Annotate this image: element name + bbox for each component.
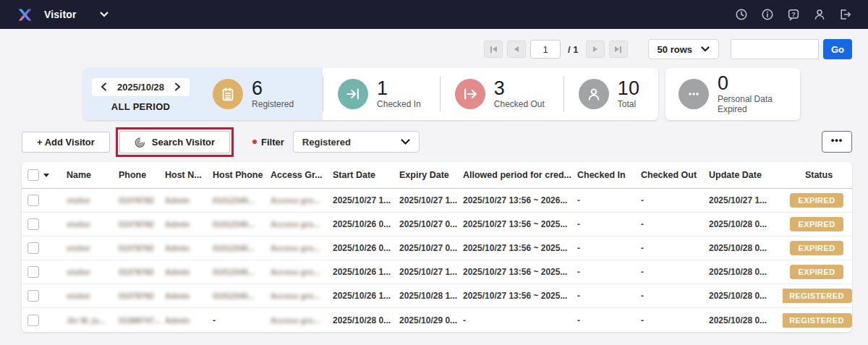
last-page-button[interactable] [609,41,628,58]
col-host-phone[interactable]: Host Phone [210,170,268,180]
status-badge: REGISTERED [783,289,852,303]
col-phone[interactable]: Phone [116,170,162,180]
cell-expiry-date: 2025/10/27 1... [396,195,460,205]
cell-checked-out: - [638,291,706,301]
page-number-input[interactable] [530,40,561,59]
select-all-checkbox[interactable] [27,169,39,181]
more-options-button[interactable]: ••• [822,131,852,153]
next-page-button[interactable] [586,41,605,58]
svg-text:?: ? [791,12,795,18]
row-checkbox[interactable] [27,242,39,254]
select-menu-caret-icon[interactable] [43,174,49,177]
stat-checked-out[interactable]: 3 Checked Out [441,68,563,120]
cell-host-phone: - [210,315,268,325]
cell-allowed-period: 2025/10/27 13:56 ~ 2025... [460,291,574,301]
table-row[interactable]: visitor 01078782 Admin 01012345... Acces… [22,237,852,260]
go-button[interactable]: Go [823,39,852,59]
filter-dot-icon [252,140,257,144]
search-input[interactable] [731,39,819,59]
cell-host-phone: 01012345... [210,196,268,205]
stat-registered[interactable]: 6 Registered [198,68,323,120]
registered-count: 6 [252,79,294,98]
cell-checked-in: - [574,195,638,205]
filter-group: Filter [252,137,284,148]
app-logo-icon[interactable] [16,6,34,24]
col-update-date[interactable]: Update Date [706,170,783,180]
cell-access-group: Access gro... [268,268,330,276]
table-row[interactable]: visitor 01078782 Admin 01012345... Acces… [22,284,852,308]
cell-checked-in: - [574,291,638,301]
status-badge: REGISTERED [783,313,852,328]
row-checkbox[interactable] [27,315,39,326]
row-checkbox[interactable] [27,195,39,206]
cell-host-phone: 01012345... [210,291,268,300]
cell-name: visitor [64,244,116,252]
cell-host-name: Admin [162,244,210,252]
search-visitor-label: Search Visitor [152,137,215,148]
stat-total[interactable]: 10 Total [564,68,658,120]
table-row[interactable]: visitor 01078782 Admin 01012345... Acces… [22,260,852,284]
cell-update-date: 2025/10/28 0... [706,291,783,301]
cell-expiry-date: 2025/10/27 1... [396,267,460,277]
add-visitor-button[interactable]: + Add Visitor [22,132,110,153]
period-label[interactable]: ALL PERIOD [111,101,171,112]
help-icon[interactable]: ? [786,8,800,22]
cell-allowed-period: - [460,315,574,325]
total-count: 10 [618,79,639,98]
checked-out-label: Checked Out [494,100,545,110]
user-icon[interactable] [812,8,826,22]
cell-update-date: 2025/10/28 0... [706,243,783,253]
cell-update-date: 2025/10/28 0... [706,267,783,277]
col-checked-in[interactable]: Checked In [574,170,638,180]
col-start-date[interactable]: Start Date [330,170,396,180]
info-icon[interactable] [760,8,774,22]
cell-host-name: Admin [162,220,210,229]
cell-host-name: Admin [162,291,210,300]
row-checkbox[interactable] [27,290,39,302]
table-row[interactable]: Jin W. ju... 01088747... Admin - Access … [22,308,852,332]
stat-personal-data-expired[interactable]: 0 Personal Data Expired [665,68,800,120]
first-page-button[interactable] [484,41,503,58]
prev-date-icon[interactable] [101,82,107,91]
col-name[interactable]: Name [64,170,116,180]
col-expiry-date[interactable]: Expiry Date [396,170,460,180]
table-row[interactable]: visitor 01078782 Admin 01012345... Acces… [22,213,852,237]
col-status[interactable]: Status [783,170,852,180]
check-in-arrow-icon [338,79,368,109]
date-navigator: 2025/10/28 [92,78,190,96]
table-header-row: Name Phone Host N... Host Phone Access G… [22,162,852,189]
logout-icon[interactable] [838,8,852,22]
rows-per-page-select[interactable]: 50 rows [648,39,719,59]
cell-phone: 01078782 [116,220,162,229]
cell-checked-out: - [638,219,706,229]
filter-select-value: Registered [302,137,351,148]
table-row[interactable]: visitor 01078782 Admin 01012345... Acces… [22,189,852,213]
pagination-bar: / 1 50 rows Go [22,39,852,59]
col-host-name[interactable]: Host N... [162,170,210,180]
cell-start-date: 2025/10/26 1... [330,291,396,301]
checked-in-count: 1 [377,79,421,98]
next-date-icon[interactable] [174,82,181,91]
cell-name: visitor [64,268,116,276]
cell-update-date: 2025/10/27 1... [706,195,783,205]
row-checkbox[interactable] [27,266,39,278]
cell-phone: 01088747... [116,316,162,325]
menu-chevron-down-icon[interactable] [100,12,109,17]
col-allowed-period[interactable]: Allowed period for cred... [460,170,574,180]
col-checked-out[interactable]: Checked Out [638,170,706,180]
stat-checked-in[interactable]: 1 Checked In [323,68,440,120]
cell-host-name: Admin [162,196,210,205]
cell-checked-out: - [638,195,706,205]
clock-icon[interactable] [734,8,748,22]
person-icon [579,79,609,109]
row-checkbox[interactable] [27,218,39,230]
cell-checked-in: - [574,219,638,229]
cell-start-date: 2025/10/27 1... [330,195,396,205]
prev-page-button[interactable] [507,41,526,58]
status-badge: EXPIRED [790,193,843,208]
cell-phone: 01078782 [116,268,162,276]
cell-expiry-date: 2025/10/27 0... [396,219,460,229]
search-visitor-button[interactable]: Search Visitor [119,131,230,153]
col-access-group[interactable]: Access Gr... [268,170,330,180]
filter-select[interactable]: Registered [293,131,420,153]
